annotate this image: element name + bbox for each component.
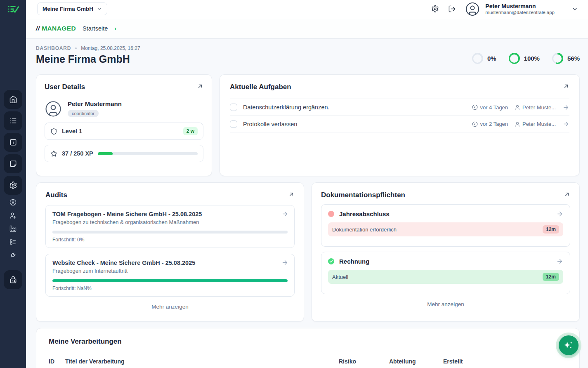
- dot-separator: [75, 47, 77, 49]
- user-circle-icon[interactable]: [9, 199, 17, 206]
- settings-gear-icon[interactable]: [431, 5, 439, 13]
- arrow-right-icon[interactable]: [556, 210, 563, 217]
- task-label[interactable]: Protokolle verfassen: [243, 121, 297, 127]
- open-link-icon[interactable]: [288, 191, 295, 198]
- progress-ring-100: [509, 53, 520, 64]
- clock-icon: [472, 121, 478, 127]
- open-link-icon[interactable]: [564, 191, 570, 198]
- chevron-right-icon: ›: [114, 25, 116, 32]
- arrow-right-icon[interactable]: [562, 104, 569, 111]
- task-checkbox[interactable]: [230, 104, 237, 111]
- audit-progress-label: Fortschritt: NaN%: [52, 285, 288, 291]
- ring-group-1: 0%: [472, 53, 496, 64]
- breadcrumb-page[interactable]: Startseite: [83, 25, 108, 32]
- person-icon: [515, 121, 520, 127]
- task-label[interactable]: Datenschutzerklärung ergänzen.: [243, 104, 330, 111]
- level-label: Level 1: [62, 128, 82, 134]
- status-ok-check-icon: [328, 258, 334, 264]
- sidebar-item-notes[interactable]: [4, 154, 22, 173]
- audit-subtitle: Fragebogen zum Internetauftritt: [52, 268, 288, 274]
- role-badge: coordinator: [68, 110, 99, 117]
- company-selector[interactable]: Meine Firma GmbH: [37, 2, 107, 15]
- chevron-down-icon: [571, 6, 578, 12]
- audit-item[interactable]: TOM Fragebogen - Meine Sichere GmbH - 25…: [45, 205, 295, 248]
- doc-duration-badge: 12m: [543, 273, 559, 281]
- task-checkbox[interactable]: [230, 120, 237, 128]
- card-title: Aktuelle Aufgaben: [230, 83, 291, 91]
- doc-item[interactable]: Rechnung Aktuell 12m: [321, 252, 570, 294]
- audits-more-link[interactable]: Mehr anzeigen: [45, 304, 295, 310]
- arrow-right-icon[interactable]: [556, 258, 563, 265]
- user-details-card: User Details Peter Mustermann coordinato…: [36, 74, 212, 176]
- card-title: Dokumentationspflichten: [321, 191, 405, 199]
- sidebar-item-settings[interactable]: [4, 176, 22, 195]
- progress-ring-56: [552, 53, 563, 64]
- assistant-fab-button[interactable]: [559, 335, 579, 355]
- sidebar-item-home[interactable]: [4, 90, 22, 109]
- ring-label: 100%: [524, 55, 540, 62]
- xp-progress-fill: [98, 152, 113, 155]
- documentation-card: Dokumentationspflichten Jahresabschluss: [312, 182, 580, 322]
- main-area: Meine Firma GmbH Peter Mustermann muster…: [26, 0, 588, 368]
- arrow-right-icon[interactable]: [562, 120, 569, 127]
- arrow-right-icon[interactable]: [281, 210, 288, 217]
- sidebar-nav-bottom: [4, 270, 22, 289]
- audit-item[interactable]: Website Check - Meine Sichere GmbH - 25.…: [45, 254, 295, 297]
- status-alert-dot-icon: [328, 211, 334, 217]
- sidebar: [0, 0, 26, 368]
- task-row: Protokolle verfassen vor 2 Tagen Peter M…: [230, 116, 569, 132]
- plug-icon[interactable]: [9, 252, 17, 259]
- audit-progressbar: [52, 279, 288, 282]
- person-icon: [515, 104, 520, 110]
- sidebar-nav-secondary: [9, 199, 17, 259]
- app-logo-icon[interactable]: [0, 0, 26, 18]
- fab-halo: [556, 333, 581, 358]
- ring-group-2: 100%: [509, 53, 540, 64]
- audit-progressbar: [52, 231, 288, 234]
- audits-card: Audits TOM Fragebogen - Meine Sichere Gm…: [36, 182, 304, 322]
- doc-name: Rechnung: [339, 258, 369, 265]
- column-title: Titel der Verarbeitung: [65, 358, 331, 365]
- level-row[interactable]: Level 1 2 w: [45, 123, 203, 140]
- shield-icon: [50, 128, 57, 135]
- note-icon: [9, 160, 17, 168]
- sidebar-item-admin[interactable]: [4, 270, 22, 289]
- open-link-icon[interactable]: [563, 83, 569, 90]
- chevron-down-icon: [97, 6, 102, 12]
- task-assignee-label: Peter Muste...: [522, 121, 556, 127]
- table-header: ID Titel der Verarbeitung Risiko Abteilu…: [49, 358, 567, 365]
- task-list: Datenschutzerklärung ergänzen. vor 4 Tag…: [230, 99, 569, 132]
- page-head: DASHBOARD Montag, 25.08.2025, 16:27 Mein…: [36, 45, 580, 65]
- card-title: Meine Verarbeitungen: [49, 337, 567, 346]
- doc-status-label: Aktuell: [332, 274, 348, 280]
- lock-gear-icon: [9, 276, 17, 284]
- brand-name: MANAGED: [42, 25, 76, 32]
- arrow-right-icon[interactable]: [281, 259, 288, 266]
- open-link-icon[interactable]: [197, 83, 203, 90]
- task-time: vor 4 Tagen: [472, 104, 508, 111]
- user-gear-icon[interactable]: [9, 212, 17, 219]
- sidebar-item-tasks[interactable]: [4, 111, 22, 130]
- doc-name: Jahresabschluss: [339, 210, 390, 217]
- ring-label: 56%: [567, 55, 580, 62]
- home-icon: [9, 95, 17, 104]
- factory-icon[interactable]: [9, 225, 17, 232]
- doc-item[interactable]: Jahresabschluss Dokumentation erforderli…: [321, 204, 570, 247]
- user-menu[interactable]: Peter Mustermann mustermann@datenzentral…: [465, 2, 578, 17]
- xp-row: 37 / 250 XP: [45, 145, 203, 162]
- audit-subtitle: Fragebogen zu technischen & organisatori…: [52, 219, 288, 225]
- processings-card: Meine Verarbeitungen ID Titel der Verarb…: [36, 328, 580, 368]
- layout-list-icon[interactable]: [9, 238, 17, 245]
- list-icon: [9, 117, 17, 125]
- user-email: mustermann@datenzentrale.app: [485, 10, 555, 15]
- progress-ring-0: [472, 53, 483, 64]
- sidebar-item-info[interactable]: [4, 133, 22, 152]
- documentation-more-link[interactable]: Mehr anzeigen: [321, 301, 570, 307]
- doc-status-row: Aktuell 12m: [328, 270, 563, 284]
- gear-icon: [9, 181, 17, 189]
- level-badge: 2 w: [183, 127, 198, 135]
- page-title: Meine Firma GmbH: [36, 53, 140, 65]
- logout-icon[interactable]: [448, 5, 456, 13]
- ring-group-3: 56%: [552, 53, 580, 64]
- page-date: Montag, 25.08.2025, 16:27: [81, 45, 140, 51]
